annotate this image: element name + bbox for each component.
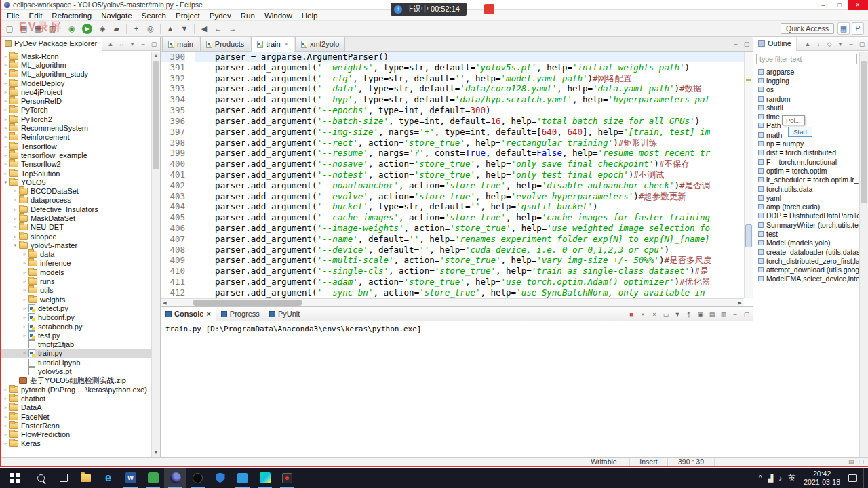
search-icon[interactable]: ◎ <box>144 22 157 35</box>
code-line[interactable]: parser.add_argument('--img-size', nargs=… <box>195 127 744 138</box>
expand-arrow-icon[interactable]: ▹ <box>2 134 9 140</box>
code-line[interactable]: parser.add_argument('--sync-bn', action=… <box>195 287 744 298</box>
outline-item[interactable]: create_dataloader (utils.datasets) <box>753 247 859 256</box>
menu-project[interactable]: Project <box>171 10 205 21</box>
outline-item[interactable]: DDP = DistributedDataParallel (t <box>753 211 859 220</box>
input-language-indicator[interactable]: 英 <box>788 473 795 483</box>
close-window-button[interactable]: × <box>848 0 868 10</box>
tree-item[interactable]: ▹train.py <box>0 349 151 358</box>
close-tab-icon[interactable]: × <box>285 41 288 47</box>
outline-item[interactable]: shutil <box>753 103 859 112</box>
tree-item[interactable]: ▹RecommendSystem <box>0 123 151 132</box>
scroll-left-icon[interactable]: ◀ <box>161 299 169 306</box>
expand-arrow-icon[interactable]: ▹ <box>2 117 9 122</box>
expand-arrow-icon[interactable]: ▹ <box>2 405 9 410</box>
outline-item[interactable]: os <box>753 85 859 94</box>
menu-help[interactable]: Help <box>297 10 323 21</box>
expand-arrow-icon[interactable]: ▹ <box>2 432 9 437</box>
open-console-icon[interactable]: ▥ <box>719 311 728 318</box>
tray-expand-icon[interactable]: ^ <box>759 474 762 482</box>
notification-center-icon[interactable] <box>848 474 857 482</box>
tree-item[interactable]: ▹PyTorch <box>0 106 151 115</box>
expand-arrow-icon[interactable]: ▹ <box>21 279 28 284</box>
minimize-icon[interactable]: – <box>139 41 147 47</box>
code-line[interactable]: parser.add_argument('--name', default=''… <box>195 234 744 245</box>
code-line[interactable]: parser.add_argument('--batch-size', type… <box>195 116 744 127</box>
code-line[interactable]: parser.add_argument('--adam', action='st… <box>195 277 744 287</box>
expand-arrow-icon[interactable]: ▹ <box>21 297 28 302</box>
expand-arrow-icon[interactable]: ▹ <box>12 207 19 212</box>
task-view-icon[interactable] <box>52 468 75 488</box>
tree-item[interactable]: tmpfjz1fjab <box>0 340 151 349</box>
editor-overview-ruler[interactable] <box>744 52 753 298</box>
tree-item[interactable]: ▹DataA <box>0 403 151 412</box>
pin-console-icon[interactable]: ▣ <box>696 311 705 318</box>
tree-item[interactable]: ▹FaceNet <box>0 412 151 421</box>
tree-item[interactable]: ▹neo4jProject <box>0 87 151 96</box>
save-icon[interactable]: ▤ <box>17 22 31 35</box>
expand-arrow-icon[interactable]: ▹ <box>2 387 9 392</box>
expand-arrow-icon[interactable]: ▹ <box>21 251 28 257</box>
outline-item[interactable]: ModelEMA,select_device,intersec <box>753 274 859 283</box>
tree-item[interactable]: ▹inference <box>0 259 151 268</box>
menu-run[interactable]: Run <box>236 10 260 21</box>
tree-item[interactable]: ▹sotabench.py <box>0 322 151 331</box>
code-line[interactable]: parser.add_argument('--nosave', action='… <box>195 159 744 169</box>
code-line[interactable]: parser.add_argument('--evolve', action='… <box>195 191 744 202</box>
menu-refactoring[interactable]: Refactoring <box>47 10 96 21</box>
outline-item[interactable]: attempt_download (utils.google <box>753 266 859 274</box>
scroll-right-icon[interactable]: ▶ <box>736 299 744 306</box>
maximize-icon[interactable]: ▢ <box>858 41 866 47</box>
editor-tab-train[interactable]: train× <box>251 37 294 52</box>
editor-tab-Products[interactable]: Products <box>200 37 250 51</box>
expand-arrow-icon[interactable]: ▹ <box>21 333 28 338</box>
code-editor[interactable]: 3903913923933943953963973983994004014024… <box>161 52 744 298</box>
menu-file[interactable]: File <box>2 10 24 21</box>
code-line[interactable]: parser.add_argument('--device', default=… <box>195 245 744 256</box>
outline-item[interactable]: logging <box>753 76 859 85</box>
expand-arrow-icon[interactable]: ▹ <box>21 324 28 329</box>
tree-item[interactable]: ▹Defective_Insulators <box>0 205 151 214</box>
new-wizard-icon[interactable]: + <box>130 22 143 35</box>
expand-arrow-icon[interactable]: ▹ <box>2 396 9 401</box>
hscrollbar-thumb[interactable] <box>193 300 302 306</box>
expand-arrow-icon[interactable]: ▹ <box>2 423 9 428</box>
expand-arrow-icon[interactable]: ▹ <box>2 81 9 86</box>
clear-console-icon[interactable]: ▭ <box>662 311 670 318</box>
expand-arrow-icon[interactable]: ▹ <box>2 125 9 131</box>
editor-tab-xml2yolo[interactable]: xml2yolo <box>295 37 345 51</box>
word-wrap-icon[interactable]: ¶ <box>685 311 693 318</box>
tree-item[interactable]: ▾yolov5-master <box>0 241 151 249</box>
recorder-icon[interactable] <box>276 468 298 488</box>
show-desktop-button[interactable] <box>863 468 867 488</box>
tree-item[interactable]: ▹FasterRcnn <box>0 421 151 430</box>
expand-arrow-icon[interactable]: ▹ <box>2 107 9 113</box>
code-line[interactable]: parser = argparse.ArgumentParser() <box>195 52 744 62</box>
display-selected-console-icon[interactable]: ▤ <box>708 311 716 318</box>
expand-arrow-icon[interactable]: ▹ <box>2 171 9 176</box>
menu-navigate[interactable]: Navigate <box>96 10 136 21</box>
package-explorer-scrollbar[interactable]: ▲ ▼ <box>151 52 160 457</box>
class-recording-pill[interactable]: ↑ 上课中 00:52:14 <box>391 3 467 16</box>
outline-item[interactable]: argparse <box>753 67 859 76</box>
menu-pydev[interactable]: Pydev <box>205 10 236 21</box>
outline-item[interactable]: SummaryWriter (torch.utils.tenso <box>753 220 859 229</box>
outline-item[interactable]: amp (torch.cuda) <box>753 202 859 211</box>
expand-arrow-icon[interactable]: ▹ <box>21 270 28 275</box>
green-app-icon[interactable] <box>142 468 164 488</box>
maximize-icon[interactable]: ▢ <box>150 41 158 47</box>
tree-item[interactable]: tutorial.ipynb <box>0 358 151 367</box>
tree-item[interactable]: ▹ML_algorithm_study <box>0 70 151 79</box>
code-line[interactable]: parser.add_argument('--single-cls', acti… <box>195 266 744 277</box>
edge-icon[interactable]: e <box>97 468 119 488</box>
collapse-all-icon[interactable]: ▲ <box>106 41 115 47</box>
tree-item[interactable]: ▹runs <box>0 277 151 285</box>
code-line[interactable]: parser.add_argument('--weights', type=st… <box>195 62 744 73</box>
package-explorer-tab[interactable]: PyDev Package Explorer <box>0 37 102 51</box>
console-tab-pyunit[interactable]: PyUnit <box>264 307 304 321</box>
expand-arrow-icon[interactable]: ▹ <box>2 89 9 95</box>
outline-item[interactable]: random <box>753 94 859 103</box>
outline-item[interactable]: torch_distributed_zero_first,label <box>753 256 859 265</box>
maximize-icon[interactable]: ▢ <box>743 41 751 47</box>
tree-item[interactable]: ▹FlowPrediction <box>0 430 151 439</box>
